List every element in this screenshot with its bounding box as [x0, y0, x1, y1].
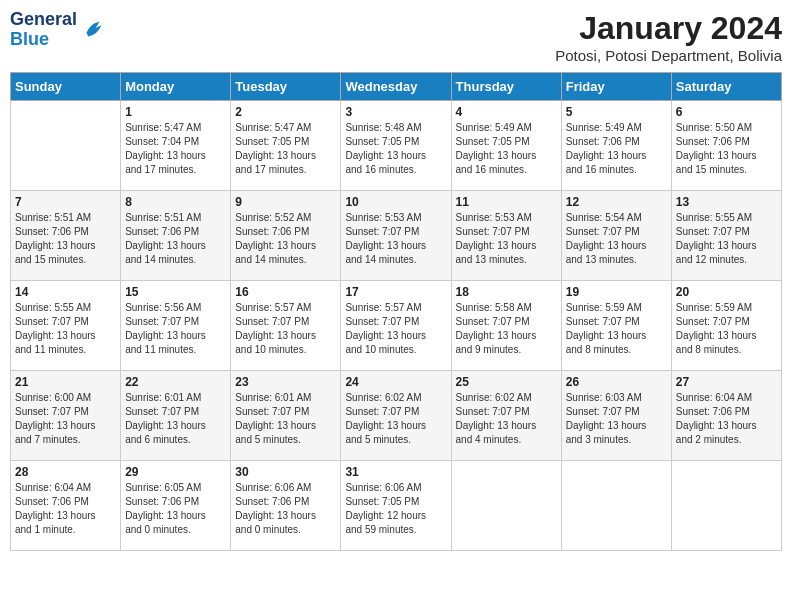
- calendar-cell: 19Sunrise: 5:59 AM Sunset: 7:07 PM Dayli…: [561, 281, 671, 371]
- day-info: Sunrise: 5:51 AM Sunset: 7:06 PM Dayligh…: [15, 211, 116, 267]
- day-info: Sunrise: 5:56 AM Sunset: 7:07 PM Dayligh…: [125, 301, 226, 357]
- title-block: January 2024 Potosi, Potosi Department, …: [555, 10, 782, 64]
- calendar-cell: 14Sunrise: 5:55 AM Sunset: 7:07 PM Dayli…: [11, 281, 121, 371]
- day-number: 11: [456, 195, 557, 209]
- day-info: Sunrise: 5:47 AM Sunset: 7:04 PM Dayligh…: [125, 121, 226, 177]
- day-number: 13: [676, 195, 777, 209]
- day-number: 5: [566, 105, 667, 119]
- day-header-saturday: Saturday: [671, 73, 781, 101]
- day-number: 28: [15, 465, 116, 479]
- day-info: Sunrise: 5:55 AM Sunset: 7:07 PM Dayligh…: [15, 301, 116, 357]
- logo-text: General Blue: [10, 10, 77, 50]
- day-info: Sunrise: 5:49 AM Sunset: 7:06 PM Dayligh…: [566, 121, 667, 177]
- logo-general: General: [10, 9, 77, 29]
- day-info: Sunrise: 5:52 AM Sunset: 7:06 PM Dayligh…: [235, 211, 336, 267]
- week-row-2: 7Sunrise: 5:51 AM Sunset: 7:06 PM Daylig…: [11, 191, 782, 281]
- calendar-cell: 10Sunrise: 5:53 AM Sunset: 7:07 PM Dayli…: [341, 191, 451, 281]
- logo-blue: Blue: [10, 29, 49, 49]
- calendar-cell: 26Sunrise: 6:03 AM Sunset: 7:07 PM Dayli…: [561, 371, 671, 461]
- day-number: 2: [235, 105, 336, 119]
- day-number: 25: [456, 375, 557, 389]
- calendar-cell: 21Sunrise: 6:00 AM Sunset: 7:07 PM Dayli…: [11, 371, 121, 461]
- day-info: Sunrise: 5:50 AM Sunset: 7:06 PM Dayligh…: [676, 121, 777, 177]
- calendar-header: SundayMondayTuesdayWednesdayThursdayFrid…: [11, 73, 782, 101]
- day-info: Sunrise: 6:02 AM Sunset: 7:07 PM Dayligh…: [345, 391, 446, 447]
- day-header-friday: Friday: [561, 73, 671, 101]
- day-number: 16: [235, 285, 336, 299]
- calendar-cell: 17Sunrise: 5:57 AM Sunset: 7:07 PM Dayli…: [341, 281, 451, 371]
- day-number: 1: [125, 105, 226, 119]
- calendar-body: 1Sunrise: 5:47 AM Sunset: 7:04 PM Daylig…: [11, 101, 782, 551]
- calendar-cell: 30Sunrise: 6:06 AM Sunset: 7:06 PM Dayli…: [231, 461, 341, 551]
- day-info: Sunrise: 6:00 AM Sunset: 7:07 PM Dayligh…: [15, 391, 116, 447]
- calendar-cell: 13Sunrise: 5:55 AM Sunset: 7:07 PM Dayli…: [671, 191, 781, 281]
- calendar-cell: 5Sunrise: 5:49 AM Sunset: 7:06 PM Daylig…: [561, 101, 671, 191]
- day-info: Sunrise: 5:54 AM Sunset: 7:07 PM Dayligh…: [566, 211, 667, 267]
- day-info: Sunrise: 5:49 AM Sunset: 7:05 PM Dayligh…: [456, 121, 557, 177]
- page-header: General Blue January 2024 Potosi, Potosi…: [10, 10, 782, 64]
- day-info: Sunrise: 5:53 AM Sunset: 7:07 PM Dayligh…: [456, 211, 557, 267]
- day-header-wednesday: Wednesday: [341, 73, 451, 101]
- calendar-cell: 15Sunrise: 5:56 AM Sunset: 7:07 PM Dayli…: [121, 281, 231, 371]
- calendar-cell: [451, 461, 561, 551]
- day-number: 22: [125, 375, 226, 389]
- logo: General Blue: [10, 10, 107, 50]
- day-number: 7: [15, 195, 116, 209]
- calendar-cell: 29Sunrise: 6:05 AM Sunset: 7:06 PM Dayli…: [121, 461, 231, 551]
- day-info: Sunrise: 6:06 AM Sunset: 7:06 PM Dayligh…: [235, 481, 336, 537]
- day-number: 15: [125, 285, 226, 299]
- day-number: 21: [15, 375, 116, 389]
- week-row-1: 1Sunrise: 5:47 AM Sunset: 7:04 PM Daylig…: [11, 101, 782, 191]
- calendar-cell: 11Sunrise: 5:53 AM Sunset: 7:07 PM Dayli…: [451, 191, 561, 281]
- day-number: 6: [676, 105, 777, 119]
- day-header-row: SundayMondayTuesdayWednesdayThursdayFrid…: [11, 73, 782, 101]
- calendar-cell: 8Sunrise: 5:51 AM Sunset: 7:06 PM Daylig…: [121, 191, 231, 281]
- day-number: 3: [345, 105, 446, 119]
- location-subtitle: Potosi, Potosi Department, Bolivia: [555, 47, 782, 64]
- calendar-cell: [561, 461, 671, 551]
- day-number: 31: [345, 465, 446, 479]
- day-number: 8: [125, 195, 226, 209]
- day-info: Sunrise: 6:06 AM Sunset: 7:05 PM Dayligh…: [345, 481, 446, 537]
- day-info: Sunrise: 5:53 AM Sunset: 7:07 PM Dayligh…: [345, 211, 446, 267]
- calendar-cell: 6Sunrise: 5:50 AM Sunset: 7:06 PM Daylig…: [671, 101, 781, 191]
- calendar-cell: 18Sunrise: 5:58 AM Sunset: 7:07 PM Dayli…: [451, 281, 561, 371]
- calendar-table: SundayMondayTuesdayWednesdayThursdayFrid…: [10, 72, 782, 551]
- day-number: 29: [125, 465, 226, 479]
- calendar-cell: 24Sunrise: 6:02 AM Sunset: 7:07 PM Dayli…: [341, 371, 451, 461]
- day-header-monday: Monday: [121, 73, 231, 101]
- week-row-3: 14Sunrise: 5:55 AM Sunset: 7:07 PM Dayli…: [11, 281, 782, 371]
- day-info: Sunrise: 5:55 AM Sunset: 7:07 PM Dayligh…: [676, 211, 777, 267]
- day-number: 20: [676, 285, 777, 299]
- day-info: Sunrise: 6:01 AM Sunset: 7:07 PM Dayligh…: [125, 391, 226, 447]
- calendar-cell: 23Sunrise: 6:01 AM Sunset: 7:07 PM Dayli…: [231, 371, 341, 461]
- logo-bird-icon: [79, 16, 107, 44]
- calendar-cell: 31Sunrise: 6:06 AM Sunset: 7:05 PM Dayli…: [341, 461, 451, 551]
- calendar-cell: 25Sunrise: 6:02 AM Sunset: 7:07 PM Dayli…: [451, 371, 561, 461]
- day-number: 19: [566, 285, 667, 299]
- calendar-cell: 3Sunrise: 5:48 AM Sunset: 7:05 PM Daylig…: [341, 101, 451, 191]
- day-info: Sunrise: 5:57 AM Sunset: 7:07 PM Dayligh…: [345, 301, 446, 357]
- day-number: 9: [235, 195, 336, 209]
- calendar-cell: 1Sunrise: 5:47 AM Sunset: 7:04 PM Daylig…: [121, 101, 231, 191]
- day-number: 26: [566, 375, 667, 389]
- calendar-cell: [671, 461, 781, 551]
- day-info: Sunrise: 6:05 AM Sunset: 7:06 PM Dayligh…: [125, 481, 226, 537]
- day-header-thursday: Thursday: [451, 73, 561, 101]
- week-row-4: 21Sunrise: 6:00 AM Sunset: 7:07 PM Dayli…: [11, 371, 782, 461]
- day-info: Sunrise: 5:59 AM Sunset: 7:07 PM Dayligh…: [676, 301, 777, 357]
- day-number: 30: [235, 465, 336, 479]
- day-info: Sunrise: 5:48 AM Sunset: 7:05 PM Dayligh…: [345, 121, 446, 177]
- day-number: 10: [345, 195, 446, 209]
- day-info: Sunrise: 6:02 AM Sunset: 7:07 PM Dayligh…: [456, 391, 557, 447]
- day-number: 27: [676, 375, 777, 389]
- calendar-cell: 20Sunrise: 5:59 AM Sunset: 7:07 PM Dayli…: [671, 281, 781, 371]
- day-number: 23: [235, 375, 336, 389]
- day-info: Sunrise: 6:04 AM Sunset: 7:06 PM Dayligh…: [15, 481, 116, 537]
- day-info: Sunrise: 5:47 AM Sunset: 7:05 PM Dayligh…: [235, 121, 336, 177]
- day-number: 4: [456, 105, 557, 119]
- day-header-tuesday: Tuesday: [231, 73, 341, 101]
- day-info: Sunrise: 6:03 AM Sunset: 7:07 PM Dayligh…: [566, 391, 667, 447]
- day-number: 17: [345, 285, 446, 299]
- day-info: Sunrise: 5:57 AM Sunset: 7:07 PM Dayligh…: [235, 301, 336, 357]
